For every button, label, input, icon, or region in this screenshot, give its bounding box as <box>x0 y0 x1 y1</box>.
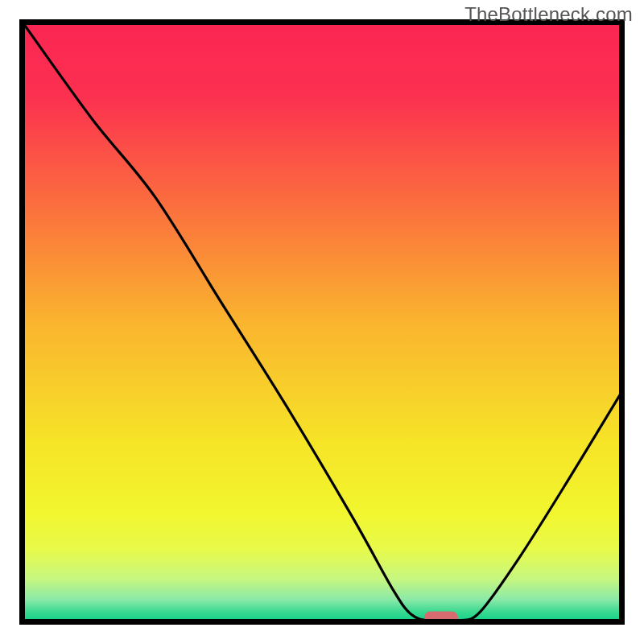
bottleneck-curve <box>23 23 621 621</box>
plot-area <box>23 23 621 621</box>
watermark-text: TheBottleneck.com <box>464 3 633 26</box>
optimal-marker <box>424 611 458 621</box>
chart-frame: TheBottleneck.com <box>0 0 644 644</box>
